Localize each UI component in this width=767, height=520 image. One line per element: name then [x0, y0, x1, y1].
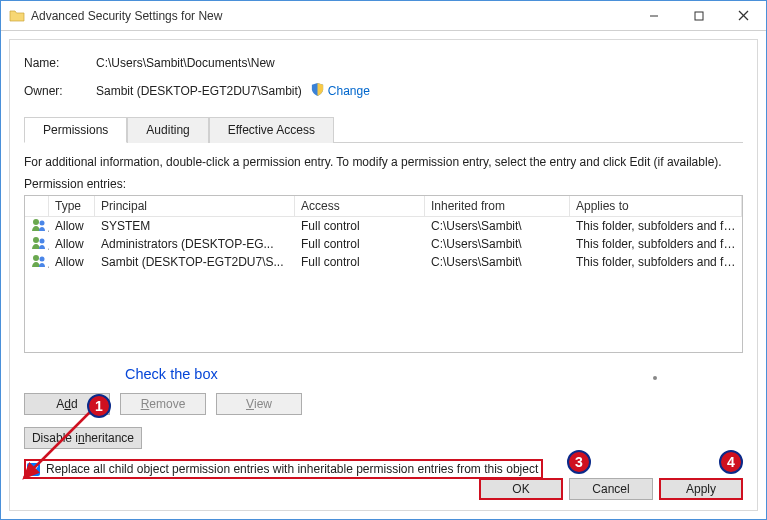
tab-strip: Permissions Auditing Effective Access [24, 116, 743, 143]
titlebar: Advanced Security Settings for New [1, 1, 766, 31]
svg-point-6 [33, 237, 39, 243]
header-inherited[interactable]: Inherited from [425, 196, 570, 216]
entries-label: Permission entries: [24, 177, 743, 191]
owner-label: Owner: [24, 84, 96, 98]
maximize-button[interactable] [676, 1, 721, 30]
svg-point-8 [33, 255, 39, 261]
name-value: C:\Users\Sambit\Documents\New [96, 56, 275, 70]
tab-effective-access[interactable]: Effective Access [209, 117, 334, 143]
annotation-badge-4: 4 [719, 450, 743, 474]
tab-auditing[interactable]: Auditing [127, 117, 208, 143]
shield-icon [310, 82, 325, 100]
annotation-badge-3: 3 [567, 450, 591, 474]
table-row[interactable]: AllowSYSTEMFull controlC:\Users\Sambit\T… [25, 217, 742, 235]
tab-permissions[interactable]: Permissions [24, 117, 127, 143]
svg-point-5 [40, 220, 45, 225]
permission-table: Type Principal Access Inherited from App… [24, 195, 743, 353]
disable-inheritance-button[interactable]: Disable inheritance [24, 427, 142, 449]
content-panel: Name: C:\Users\Sambit\Documents\New Owne… [9, 39, 758, 511]
svg-point-7 [40, 238, 45, 243]
description-text: For additional information, double-click… [24, 155, 743, 169]
header-type[interactable]: Type [49, 196, 95, 216]
users-icon [25, 251, 49, 274]
replace-children-checkbox-row[interactable]: Replace all child object permission entr… [24, 459, 543, 479]
replace-children-checkbox[interactable] [27, 463, 40, 476]
minimize-button[interactable] [631, 1, 676, 30]
table-header: Type Principal Access Inherited from App… [25, 196, 742, 217]
change-owner-link[interactable]: Change [328, 84, 370, 98]
header-access[interactable]: Access [295, 196, 425, 216]
owner-value: Sambit (DESKTOP-EGT2DU7\Sambit) [96, 84, 302, 98]
remove-button: Remove [120, 393, 206, 415]
folder-icon [9, 8, 25, 24]
svg-point-9 [40, 256, 45, 261]
annotation-text: Check the box [125, 366, 218, 382]
window-title: Advanced Security Settings for New [31, 9, 631, 23]
svg-point-4 [33, 219, 39, 225]
table-row[interactable]: AllowSambit (DESKTOP-EGT2DU7\S...Full co… [25, 253, 742, 271]
close-button[interactable] [721, 1, 766, 30]
ok-button[interactable]: OK [479, 478, 563, 500]
header-applies[interactable]: Applies to [570, 196, 742, 216]
annotation-badge-1: 1 [87, 394, 111, 418]
window-frame: Advanced Security Settings for New Name:… [0, 0, 767, 520]
header-principal[interactable]: Principal [95, 196, 295, 216]
svg-rect-1 [695, 12, 703, 20]
table-row[interactable]: AllowAdministrators (DESKTOP-EG...Full c… [25, 235, 742, 253]
overflow-dot [653, 376, 657, 380]
name-label: Name: [24, 56, 96, 70]
replace-children-label: Replace all child object permission entr… [46, 462, 538, 476]
cancel-button[interactable]: Cancel [569, 478, 653, 500]
view-button: View [216, 393, 302, 415]
apply-button[interactable]: Apply [659, 478, 743, 500]
